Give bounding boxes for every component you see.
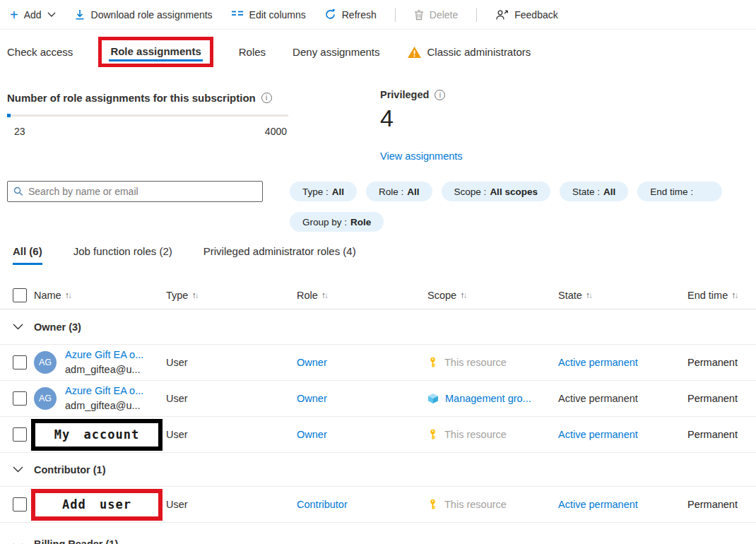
privileged-title: Privileged i xyxy=(380,89,463,100)
assignments-current-count: 23 xyxy=(14,126,25,137)
type-cell: User xyxy=(166,429,297,440)
warning-icon xyxy=(407,46,422,59)
select-all-checkbox[interactable] xyxy=(13,288,27,302)
edit-columns-button[interactable]: Edit columns xyxy=(231,9,306,20)
info-icon[interactable]: i xyxy=(435,90,445,100)
filter-end-time[interactable]: End time : xyxy=(637,182,722,201)
scope-link[interactable]: Management gro... xyxy=(445,393,531,404)
column-header-role[interactable]: Role ↑↓ xyxy=(297,290,427,301)
principal-email: adm_giftea@u... xyxy=(65,398,143,413)
column-header-state[interactable]: State ↑↓ xyxy=(558,290,687,301)
end-time-cell: Permanent xyxy=(687,499,756,510)
group-header-owner[interactable]: Owner (3) xyxy=(0,309,756,345)
feedback-button[interactable]: Feedback xyxy=(495,9,557,20)
row-checkbox[interactable] xyxy=(13,427,27,442)
toolbar-divider xyxy=(395,8,396,22)
filter-state[interactable]: State :All xyxy=(560,182,628,201)
info-icon[interactable]: i xyxy=(261,93,272,103)
sort-icon: ↑↓ xyxy=(321,290,327,300)
type-cell: User xyxy=(166,357,297,368)
end-time-cell: Permanent xyxy=(687,429,756,440)
table-row[interactable]: AG Azure Gift EA o... adm_giftea@u... Us… xyxy=(0,345,756,381)
trash-icon xyxy=(414,9,424,20)
add-button[interactable]: + Add xyxy=(10,8,56,22)
scope-label: This resource xyxy=(444,429,507,440)
avatar: AG xyxy=(34,387,57,410)
main-tabs: Check access Role assignments Roles Deny… xyxy=(6,37,532,67)
download-role-assignments-button[interactable]: Download role assignments xyxy=(74,9,213,20)
column-header-name[interactable]: Name ↑↓ xyxy=(34,290,166,301)
scope-label: This resource xyxy=(444,499,507,510)
subtab-all[interactable]: All (6) xyxy=(13,245,42,265)
principal-name: My account xyxy=(54,427,139,442)
filter-scope[interactable]: Scope :All scopes xyxy=(442,182,550,201)
state-label: Active permanent xyxy=(558,393,638,404)
principal-name: Add user xyxy=(62,497,131,512)
role-assignments-page: + Add Download role assignments Edit xyxy=(0,0,756,544)
key-icon xyxy=(427,429,438,440)
search-input[interactable] xyxy=(28,186,256,197)
group-header-contributor[interactable]: Contributor (1) xyxy=(0,453,756,487)
privileged-count: 4 xyxy=(380,105,463,132)
role-link[interactable]: Owner xyxy=(297,429,327,440)
view-assignments-link[interactable]: View assignments xyxy=(380,150,463,162)
chevron-down-icon[interactable] xyxy=(13,466,34,473)
role-link[interactable]: Owner xyxy=(297,357,327,368)
assignments-max-count: 4000 xyxy=(265,126,287,137)
tab-check-access[interactable]: Check access xyxy=(6,39,74,65)
tab-roles[interactable]: Roles xyxy=(237,39,267,65)
refresh-button[interactable]: Refresh xyxy=(324,8,377,20)
edit-columns-icon xyxy=(231,10,244,20)
sort-icon: ↑↓ xyxy=(191,290,197,300)
delete-button[interactable]: Delete xyxy=(414,9,458,20)
assignments-count-title: Number of role assignments for this subs… xyxy=(7,92,288,104)
principal-name-link[interactable]: Azure Gift EA o... xyxy=(65,348,143,362)
state-link[interactable]: Active permanent xyxy=(558,357,638,368)
end-time-cell: Permanent xyxy=(687,357,756,368)
column-header-type[interactable]: Type ↑↓ xyxy=(166,290,297,301)
row-checkbox[interactable] xyxy=(13,391,27,406)
role-link[interactable]: Contributor xyxy=(297,499,348,510)
subtab-privileged-admin-roles[interactable]: Privileged administrator roles (4) xyxy=(203,245,356,265)
group-by-pill[interactable]: Group by :Role xyxy=(290,212,384,232)
type-cell: User xyxy=(166,393,297,404)
sort-icon: ↑↓ xyxy=(65,290,71,300)
assignments-progress-fill xyxy=(7,114,11,117)
subtab-job-function-roles[interactable]: Job function roles (2) xyxy=(73,245,172,265)
row-checkbox[interactable] xyxy=(13,497,27,512)
table-row[interactable]: AG Azure Gift EA o... adm_giftea@u... Us… xyxy=(0,381,756,417)
annotation-black-box-my-account: My account xyxy=(31,419,163,451)
row-checkbox[interactable] xyxy=(13,355,27,369)
column-header-end-time[interactable]: End time ↑↓ xyxy=(687,290,756,301)
tab-deny-assignments[interactable]: Deny assignments xyxy=(291,39,381,65)
search-box xyxy=(7,181,263,202)
state-link[interactable]: Active permanent xyxy=(558,429,638,440)
management-group-cube-icon xyxy=(427,393,439,404)
table-row[interactable]: Add user User Contributor This resource … xyxy=(0,487,756,523)
command-bar: + Add Download role assignments Edit xyxy=(0,0,756,30)
state-link[interactable]: Active permanent xyxy=(558,499,638,510)
tab-role-assignments[interactable]: Role assignments xyxy=(110,45,201,57)
annotation-red-box-add-user: Add user xyxy=(31,489,163,521)
assignments-count-panel: Number of role assignments for this subs… xyxy=(7,92,288,137)
sort-icon: ↑↓ xyxy=(460,290,466,300)
sort-icon: ↑↓ xyxy=(731,290,737,300)
filter-role[interactable]: Role :All xyxy=(366,182,432,201)
download-icon xyxy=(74,9,85,20)
feedback-icon xyxy=(495,9,509,20)
assignments-progress-bar xyxy=(7,114,288,117)
refresh-icon xyxy=(324,8,336,20)
active-tab-underline xyxy=(109,59,202,61)
table-row[interactable]: My account User Owner This resource Acti… xyxy=(0,417,756,453)
role-link[interactable]: Owner xyxy=(297,393,327,404)
column-header-scope[interactable]: Scope ↑↓ xyxy=(427,290,558,301)
principal-name-link[interactable]: Azure Gift EA o... xyxy=(65,384,143,398)
principal-email: adm_giftea@u... xyxy=(65,362,143,377)
avatar: AG xyxy=(34,351,57,374)
group-header-billing-reader[interactable]: Billing Reader (1) xyxy=(0,523,756,544)
toolbar-divider xyxy=(476,8,477,22)
filter-type[interactable]: Type :All xyxy=(290,182,357,201)
chevron-down-icon[interactable] xyxy=(13,324,34,330)
table-header: Name ↑↓ Type ↑↓ Role ↑↓ Scope ↑↓ State ↑… xyxy=(0,281,756,309)
tab-classic-administrators[interactable]: Classic administrators xyxy=(406,39,533,66)
